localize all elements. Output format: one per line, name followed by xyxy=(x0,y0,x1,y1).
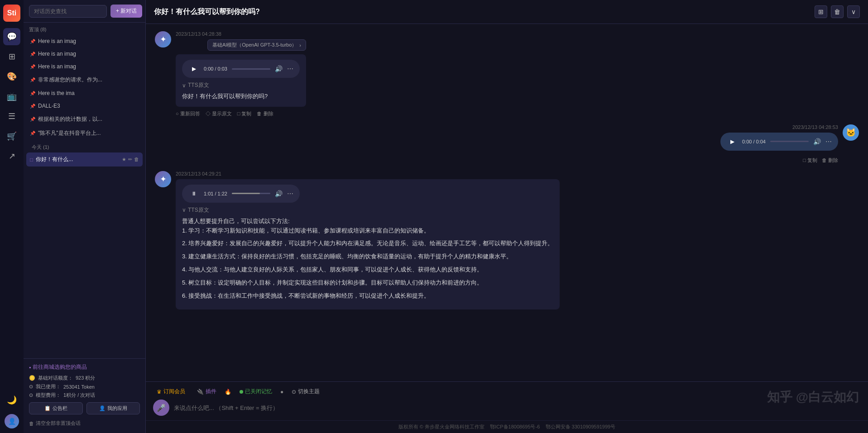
sidebar-item-text-2: Here is an imag xyxy=(38,51,76,57)
coin-icon: 🪙 xyxy=(29,375,35,381)
delete-action[interactable]: 🗑 xyxy=(134,157,139,162)
sidebar-item-6[interactable]: 📌 DALL-E3 xyxy=(26,100,143,112)
stats-row-3: ⊙ 模型费用： 1积分 / 次对话 xyxy=(29,392,140,399)
user-msg-content: 2023/12/13 04:28:53 ▶ 0:00 / 0:04 🔊 ⋯ □ … xyxy=(720,124,838,164)
stats-value-1: 923 积分 xyxy=(76,375,95,381)
plugin-badge[interactable]: 🔌 插件 xyxy=(193,386,220,397)
clear-icon: 🗑 xyxy=(29,421,34,426)
edit-action[interactable]: ✏ xyxy=(128,157,132,162)
chat-nav-btn[interactable]: 💬 xyxy=(3,28,20,45)
msg-actions-1: ○ 重新回答 ◇ 显示原文 □ 复制 🗑 删除 xyxy=(176,110,306,117)
chat-header: 你好！有什么我可以帮到你的吗? ⊞ 🗑 ∨ xyxy=(146,0,868,24)
moon-nav-btn[interactable]: 🌙 xyxy=(3,391,20,409)
user-msg-timestamp: 2023/12/13 04:28:53 xyxy=(792,124,838,130)
play-btn-user[interactable]: ▶ xyxy=(727,136,738,147)
star-action[interactable]: ★ xyxy=(122,157,126,162)
audio-time-2: 1:01 / 1:22 xyxy=(204,191,227,196)
copy-action-1[interactable]: □ 复制 xyxy=(237,110,252,117)
sidebar-item-text-6: DALL-E3 xyxy=(38,103,60,109)
sidebar-footer: ▪ 前往商城选购您的商品 🪙 基础对话额度： 923 积分 ⊙ 我已使用： 25… xyxy=(24,358,145,433)
list-nav-btn[interactable]: ☰ xyxy=(3,108,20,125)
main-area: 你好！有什么我可以帮到你的吗? ⊞ 🗑 ∨ ✦ 2023/12/13 04:28… xyxy=(146,0,868,433)
sidebar-item-4[interactable]: 📌 非常感谢您的请求。作为... xyxy=(26,73,143,87)
my-apps-btn[interactable]: 👤 我的应用 xyxy=(86,402,140,414)
sidebar-item-8[interactable]: 📌 "陈不凡"是在抖音平台上... xyxy=(26,126,143,140)
sidebar-item-3[interactable]: 📌 Here is an imag xyxy=(26,60,143,73)
online-label: 已关闭记忆 xyxy=(245,388,272,395)
msg-content-1: 2023/12/13 04:28:38 基础AI模型（OpenAI GPT-3.… xyxy=(176,31,306,117)
pin-icon-6: 📌 xyxy=(30,104,35,109)
pin-icon-8: 📌 xyxy=(30,131,35,136)
footer-icp: 鄂ICP备18008695号-6 xyxy=(490,424,540,429)
grid-nav-btn[interactable]: ⊞ xyxy=(3,48,20,65)
share-nav-btn[interactable]: ↗ xyxy=(3,148,20,165)
play-btn-1[interactable]: ▶ xyxy=(188,63,199,74)
stats-value-3: 1积分 / 次对话 xyxy=(63,392,95,399)
footer-buttons: 📋 公告栏 👤 我的应用 xyxy=(29,402,140,414)
tts-chevron-2: ∨ xyxy=(182,207,186,213)
pin-icon-4: 📌 xyxy=(30,77,35,82)
sidebar-header: + 新对话 xyxy=(24,0,145,23)
audio-time-user: 0:00 / 0:04 xyxy=(742,139,766,144)
notice-btn[interactable]: 📋 公告栏 xyxy=(29,402,83,414)
audio-progress-bar-2[interactable] xyxy=(232,193,270,194)
chat-input[interactable] xyxy=(174,404,861,411)
pinned-section-title: 置顶 (8) xyxy=(24,23,145,35)
play-btn-2[interactable]: ⏸ xyxy=(188,188,199,199)
palette-nav-btn[interactable]: 🎨 xyxy=(3,68,20,85)
volume-icon-user[interactable]: 🔊 xyxy=(813,138,821,145)
input-toolbar: ♛ 订阅会员 🔌 插件 🔥 已关闭记忆 ● ⊙ 切换主题 xyxy=(153,386,861,397)
user-avatar-icon[interactable]: 👤 xyxy=(5,414,19,428)
delete-action-1[interactable]: 🗑 删除 xyxy=(257,110,273,117)
divider-1: ● xyxy=(280,389,283,395)
notice-icon: 📋 xyxy=(44,405,51,411)
new-chat-button[interactable]: + 新对话 xyxy=(110,5,142,18)
member-badge[interactable]: ♛ 订阅会员 xyxy=(153,386,189,397)
footer-bar: 版权所有 © 奔步星火金网络科技工作室 鄂ICP备18008695号-6 鄂公网… xyxy=(146,420,868,433)
volume-icon-1[interactable]: 🔊 xyxy=(275,65,283,72)
sidebar-item-today-1[interactable]: □ 你好！有什么... ★ ✏ 🗑 xyxy=(26,152,143,167)
sidebar-item-1[interactable]: 📌 Here is an imag xyxy=(26,35,143,48)
audio-progress-bar-user[interactable] xyxy=(770,141,809,142)
model-icon: ⊙ xyxy=(29,392,33,398)
delete-user-action[interactable]: 🗑 删除 xyxy=(822,157,838,164)
online-dot xyxy=(240,390,243,394)
video-nav-btn[interactable]: 📺 xyxy=(3,88,20,105)
header-btn-1[interactable]: ⊞ xyxy=(815,5,827,18)
crown-icon: ♛ xyxy=(157,389,162,395)
header-btn-3[interactable]: ∨ xyxy=(847,5,860,18)
volume-icon-2[interactable]: 🔊 xyxy=(275,190,283,197)
clear-sessions-btn[interactable]: 🗑 清空全部非置顶会话 xyxy=(29,418,140,428)
header-btn-2[interactable]: 🗑 xyxy=(831,5,844,18)
copy-user-action[interactable]: □ 复制 xyxy=(803,157,817,164)
header-buttons: ⊞ 🗑 ∨ xyxy=(815,5,860,18)
model-badge[interactable]: 基础AI模型（OpenAI GPT-3.5-turbo） › xyxy=(207,39,306,51)
user-actions: □ 复制 🗑 删除 xyxy=(803,157,838,164)
tts-toggle-2[interactable]: ∨ TTS原文 xyxy=(182,206,553,214)
sidebar-item-5[interactable]: 📌 Here is the ima xyxy=(26,87,143,100)
pin-icon-7: 📌 xyxy=(30,117,35,122)
sidebar-list: 📌 Here is an imag 📌 Here is an imag 📌 He… xyxy=(24,35,145,358)
sidebar-item-2[interactable]: 📌 Here is an imag xyxy=(26,48,143,60)
show-original-action[interactable]: ◇ 显示原文 xyxy=(206,110,232,117)
search-input[interactable] xyxy=(29,5,107,18)
more-icon-1[interactable]: ⋯ xyxy=(287,65,293,72)
tts-toggle-1[interactable]: ∨ TTS原文 xyxy=(182,81,300,89)
today-item-actions: ★ ✏ 🗑 xyxy=(122,157,139,162)
retry-action[interactable]: ○ 重新回答 xyxy=(176,110,200,117)
ai-avatar-2: ✦ xyxy=(155,171,171,187)
switch-theme-btn[interactable]: ⊙ 切换主题 xyxy=(288,386,323,397)
more-icon-user[interactable]: ⋯ xyxy=(825,138,832,145)
shop-link-text: 前往商城选购您的商品 xyxy=(33,363,87,371)
audio-progress-bar-1[interactable] xyxy=(232,68,270,70)
messages-container: ✦ 2023/12/13 04:28:38 基础AI模型（OpenAI GPT-… xyxy=(146,24,868,381)
mic-button[interactable]: 🎤 xyxy=(153,400,169,416)
sidebar-item-7[interactable]: 📌 根据相关的统计数据，以... xyxy=(26,112,143,126)
more-icon-2[interactable]: ⋯ xyxy=(287,190,293,197)
online-badge[interactable]: 已关闭记忆 xyxy=(236,386,276,397)
shop-link[interactable]: ▪ 前往商城选购您的商品 xyxy=(29,363,140,371)
tts-label-2: TTS原文 xyxy=(188,206,209,214)
apps-label: 我的应用 xyxy=(107,405,127,412)
list-item-3: 3. 建立健康生活方式：保持良好的生活习惯，包括充足的睡眠、均衡的饮食和适量的运… xyxy=(182,252,553,262)
cart-nav-btn[interactable]: 🛒 xyxy=(3,128,20,145)
